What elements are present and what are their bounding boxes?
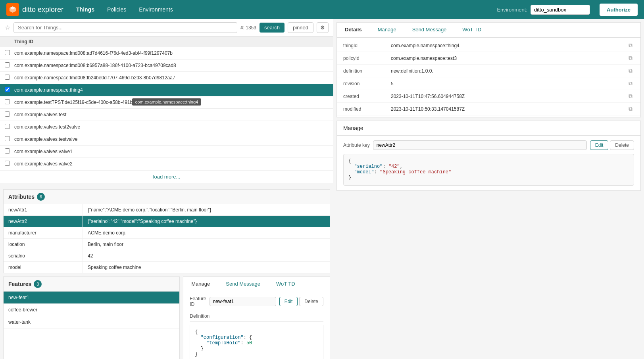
detail-row-policyid: policyId com.example.namespace:test3 ⧉ [337, 52, 640, 65]
attr-val-cell: 42 [83, 250, 330, 261]
thing-id-cell: com.example.valves:testvalve [14, 136, 329, 142]
things-table: Thing ID com.example.namespace:lmd008:ad… [0, 36, 333, 183]
table-row[interactable]: com.example.valves:valve1 [0, 146, 333, 158]
table-row-selected[interactable]: com.example.namespace:thing4 com.example… [0, 84, 333, 96]
thing-id-cell: com.example.namespace:lmd008:fb24be0d-f7… [14, 75, 329, 81]
nav-environments[interactable]: Environments [136, 5, 176, 14]
pinned-button[interactable]: pinned [288, 22, 313, 33]
copy-modified-button[interactable]: ⧉ [627, 106, 634, 112]
tab-details[interactable]: Details [337, 23, 370, 37]
attr-edit-button[interactable]: Edit [590, 140, 609, 150]
feature-delete-button[interactable]: Delete [299, 297, 323, 306]
detail-label: revision [343, 81, 391, 86]
attributes-title: Attributes [8, 194, 35, 200]
definition-label: Definition [190, 311, 323, 322]
attr-row[interactable]: newAttr1 {"name":"ACME demo corp.","loca… [4, 204, 330, 216]
attr-row[interactable]: serialno 42 [4, 250, 330, 262]
feature-edit-button[interactable]: Edit [279, 297, 298, 306]
row-checkbox[interactable] [5, 111, 10, 117]
attr-row[interactable]: model Speaking coffee machine [4, 262, 330, 273]
table-row[interactable]: com.example.namespace:lmd008:ad7d4616-f7… [0, 47, 333, 60]
table-row[interactable]: com.example.valves:test [0, 109, 333, 121]
main-nav: Things Policies Environments [73, 5, 176, 14]
feature-item-selected[interactable]: new-feat1 [4, 292, 179, 304]
tab-manage[interactable]: Manage [370, 23, 404, 37]
search-bar: ☆ #: 1353 search pinned ⚙ [0, 19, 333, 36]
detail-value: com.example.namespace:test3 [391, 56, 627, 61]
feature-tab-manage[interactable]: Manage [183, 277, 218, 291]
load-more-button[interactable]: load more... [0, 170, 333, 183]
settings-button[interactable]: ⚙ [317, 22, 329, 33]
detail-row-revision: revision 5 ⧉ [337, 77, 640, 90]
thing-id-cell: com.example.namespace:lmd008:b6957a88-18… [14, 63, 329, 68]
table-row[interactable]: com.example.namespace:lmd008:fb24be0d-f7… [0, 72, 333, 84]
thing-id-cell: com.example.namespace:lmd008:ad7d4616-f7… [14, 50, 329, 56]
feature-tab-wot-td[interactable]: WoT TD [268, 277, 303, 291]
features-badge: 3 [34, 280, 42, 288]
row-checkbox[interactable] [5, 124, 10, 129]
table-row[interactable]: com.example.valves:testvalve [0, 133, 333, 146]
table-row[interactable]: com.example.valves:test2valve [0, 121, 333, 133]
copy-revision-button[interactable]: ⧉ [627, 80, 634, 87]
row-checkbox[interactable] [5, 75, 10, 80]
copy-policyid-button[interactable]: ⧉ [627, 55, 634, 61]
features-section-container: Features 3 new-feat1 coffee-brewer water… [3, 276, 330, 359]
details-card: Details Manage Send Message WoT TD thing… [336, 22, 641, 117]
feature-tab-send-message[interactable]: Send Message [218, 277, 268, 291]
feature-action-buttons: Edit Delete [279, 297, 323, 306]
row-checkbox[interactable] [5, 87, 10, 92]
copy-definition-button[interactable]: ⧉ [627, 67, 634, 74]
nav-things[interactable]: Things [73, 5, 98, 14]
attr-row-selected[interactable]: newAttr2 {"serialno":"42","model":"Speak… [4, 216, 330, 227]
features-header: Features 3 [4, 277, 179, 292]
search-button[interactable]: search [260, 23, 285, 33]
attr-manage-card: Manage Attribute key Edit Delete { "seri… [336, 121, 641, 191]
attr-action-buttons: Edit Delete [590, 140, 634, 150]
attr-row[interactable]: manufacturer ACME demo corp. [4, 227, 330, 239]
thing-id-cell: com.example.valves:valve1 [14, 149, 329, 154]
detail-label: thingId [343, 43, 391, 48]
copy-created-button[interactable]: ⧉ [627, 93, 634, 100]
attributes-section: Attributes 6 newAttr1 {"name":"ACME demo… [3, 189, 330, 273]
row-checkbox[interactable] [5, 99, 10, 104]
row-checkbox[interactable] [5, 148, 10, 154]
left-panel: ☆ #: 1353 search pinned ⚙ Thing ID com.e… [0, 19, 333, 359]
attr-val-cell: {"name":"ACME demo corp.","location":"Be… [83, 204, 330, 215]
features-section: Features 3 new-feat1 coffee-brewer water… [3, 276, 180, 359]
row-checkbox[interactable] [5, 136, 10, 141]
search-input[interactable] [13, 22, 237, 33]
feature-id-input[interactable] [210, 297, 276, 306]
table-row[interactable]: com.example.valves:valve2 [0, 158, 333, 170]
attr-key-cell: newAttr1 [4, 204, 83, 215]
detail-row-created: created 2023-10-11T10:47:56.604944758Z ⧉ [337, 90, 640, 103]
feature-item[interactable]: water-tank [4, 316, 179, 328]
attr-key-cell: location [4, 239, 83, 250]
detail-value: 2023-10-11T10:50:33.147041587Z [391, 106, 627, 112]
detail-row-modified: modified 2023-10-11T10:50:33.147041587Z … [337, 103, 640, 115]
detail-label: policyId [343, 56, 391, 61]
row-checkbox[interactable] [5, 161, 10, 166]
env-dropdown[interactable]: ditto_sandbox ditto_production local [531, 5, 590, 15]
nav-policies[interactable]: Policies [104, 5, 129, 14]
detail-label: modified [343, 106, 391, 112]
table-row[interactable]: com.example.namespace:lmd008:b6957a88-18… [0, 60, 333, 72]
logo: ditto explorer [6, 3, 63, 16]
logo-icon [6, 3, 19, 16]
feature-id-label: Feature ID [190, 296, 206, 307]
attr-key-input[interactable] [373, 140, 587, 150]
attr-row[interactable]: location Berlin, main floor [4, 239, 330, 250]
feature-id-row: Feature ID Edit Delete [190, 296, 323, 307]
copy-thingid-button[interactable]: ⧉ [627, 42, 634, 49]
feature-item[interactable]: coffee-brewer [4, 304, 179, 316]
row-checkbox[interactable] [5, 62, 10, 67]
authorize-button[interactable]: Authorize [600, 4, 638, 16]
attr-delete-button[interactable]: Delete [610, 140, 634, 150]
tab-wot-td[interactable]: WoT TD [454, 23, 489, 37]
favorite-button[interactable]: ☆ [5, 24, 10, 31]
table-row[interactable]: com.example.testTPST:de125f19-c5de-400c-… [0, 96, 333, 109]
detail-label: created [343, 94, 391, 99]
tab-send-message[interactable]: Send Message [404, 23, 455, 37]
row-checkbox[interactable] [5, 50, 10, 55]
details-body: thingId com.example.namespace:thing4 ⧉ p… [337, 38, 640, 117]
attr-manage-header: Manage [337, 121, 640, 136]
